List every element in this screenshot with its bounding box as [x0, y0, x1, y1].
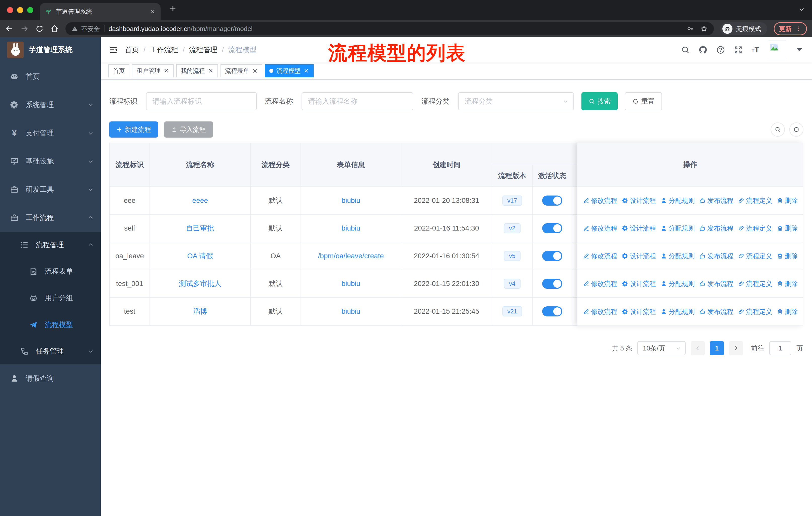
- not-secure-label[interactable]: 不安全: [81, 25, 100, 33]
- tag-process-model[interactable]: 流程模型: [265, 64, 314, 77]
- form-info-link[interactable]: biubiu: [342, 280, 360, 288]
- process-name-link[interactable]: 滔博: [193, 307, 207, 315]
- form-info-link[interactable]: biubiu: [342, 196, 360, 204]
- edit-process-link[interactable]: 修改流程: [583, 279, 617, 288]
- edit-process-link[interactable]: 修改流程: [583, 224, 617, 233]
- process-name-input[interactable]: [301, 92, 413, 110]
- window-close-button[interactable]: [7, 7, 13, 13]
- goto-page-input[interactable]: [769, 341, 791, 355]
- delete-link[interactable]: 删除: [777, 307, 798, 316]
- breadcrumb-process-management[interactable]: 流程管理: [189, 45, 218, 55]
- delete-link[interactable]: 删除: [777, 252, 798, 261]
- tag-tenant[interactable]: 租户管理: [132, 64, 174, 77]
- sidebar-collapse-icon[interactable]: [109, 45, 118, 54]
- tag-close-icon[interactable]: [252, 68, 258, 74]
- process-name-link[interactable]: eeee: [192, 196, 208, 204]
- sidebar-item-leave-query[interactable]: 请假查询: [0, 364, 101, 392]
- design-process-link[interactable]: 设计流程: [622, 224, 656, 233]
- sidebar-item-process-management[interactable]: 流程管理: [0, 232, 101, 258]
- publish-process-link[interactable]: 发布流程: [699, 196, 733, 205]
- font-size-icon[interactable]: TT: [751, 46, 759, 54]
- window-minimize-button[interactable]: [17, 7, 23, 13]
- delete-link[interactable]: 删除: [777, 224, 798, 233]
- page-url[interactable]: dashboard.yudao.iocoder.cn/bpm/manager/m…: [109, 25, 253, 33]
- prev-page-button[interactable]: [691, 341, 705, 355]
- tag-close-icon[interactable]: [208, 68, 213, 74]
- process-name-link[interactable]: 测试多审批人: [179, 280, 221, 288]
- new-tab-button[interactable]: [169, 5, 177, 12]
- next-page-button[interactable]: [729, 341, 743, 355]
- show-search-toggle-button[interactable]: [771, 123, 785, 137]
- assign-rule-link[interactable]: 分配规则: [661, 224, 695, 233]
- edit-process-link[interactable]: 修改流程: [583, 196, 617, 205]
- form-info-link[interactable]: biubiu: [342, 307, 360, 315]
- process-key-input[interactable]: [146, 92, 257, 110]
- avatar-caret-down-icon[interactable]: [795, 45, 804, 54]
- github-icon[interactable]: [698, 45, 707, 54]
- form-info-link[interactable]: /bpm/oa/leave/create: [318, 252, 384, 260]
- tab-search-chevron-icon[interactable]: [799, 6, 805, 12]
- sidebar-item-task-management[interactable]: 任务管理: [0, 338, 101, 364]
- assign-rule-link[interactable]: 分配规则: [661, 279, 695, 288]
- tag-close-icon[interactable]: [164, 68, 169, 74]
- sidebar-item-process-form[interactable]: 流程表单: [0, 258, 101, 285]
- window-zoom-button[interactable]: [27, 7, 33, 13]
- current-page-button[interactable]: 1: [710, 341, 724, 355]
- active-status-toggle[interactable]: [542, 306, 562, 317]
- breadcrumb-home[interactable]: 首页: [125, 45, 139, 55]
- active-status-toggle[interactable]: [542, 279, 562, 289]
- publish-process-link[interactable]: 发布流程: [699, 279, 733, 288]
- breadcrumb-workflow[interactable]: 工作流程: [150, 45, 178, 55]
- reload-icon[interactable]: [35, 24, 44, 33]
- tab-close-icon[interactable]: [150, 9, 155, 15]
- app-logo[interactable]: 芋道管理系统: [0, 37, 101, 62]
- sidebar-item-workflow[interactable]: 工作流程: [0, 203, 101, 232]
- sidebar-item-payment[interactable]: ¥ 支付管理: [0, 119, 101, 147]
- assign-rule-link[interactable]: 分配规则: [661, 196, 695, 205]
- active-status-toggle[interactable]: [542, 195, 562, 206]
- publish-process-link[interactable]: 发布流程: [699, 224, 733, 233]
- delete-link[interactable]: 删除: [777, 279, 798, 288]
- sidebar-item-system[interactable]: 系统管理: [0, 91, 101, 119]
- process-category-select[interactable]: 流程分类: [458, 92, 574, 110]
- avatar[interactable]: [768, 40, 786, 59]
- fullscreen-icon[interactable]: [734, 45, 743, 54]
- sidebar-item-infrastructure[interactable]: 基础设施: [0, 147, 101, 175]
- edit-process-link[interactable]: 修改流程: [583, 252, 617, 261]
- process-definition-link[interactable]: 流程定义: [738, 307, 772, 316]
- refresh-table-button[interactable]: [789, 123, 804, 137]
- process-name-link[interactable]: 自己审批: [186, 224, 214, 232]
- tag-my-process[interactable]: 我的流程: [176, 64, 218, 77]
- import-process-button[interactable]: 导入流程: [164, 121, 213, 138]
- sidebar-item-user-group[interactable]: 用户分组: [0, 285, 101, 311]
- browser-update-button[interactable]: 更新: [774, 22, 807, 35]
- sidebar-item-devtools[interactable]: 研发工具: [0, 175, 101, 203]
- process-definition-link[interactable]: 流程定义: [738, 224, 772, 233]
- version-badge[interactable]: v2: [504, 223, 520, 233]
- active-status-toggle[interactable]: [542, 251, 562, 261]
- page-size-select[interactable]: 10条/页: [637, 341, 686, 355]
- publish-process-link[interactable]: 发布流程: [699, 307, 733, 316]
- assign-rule-link[interactable]: 分配规则: [661, 307, 695, 316]
- back-icon[interactable]: [5, 24, 13, 33]
- design-process-link[interactable]: 设计流程: [622, 307, 656, 316]
- browser-tab[interactable]: 芋道管理系统: [40, 3, 161, 20]
- create-process-button[interactable]: 新建流程: [109, 121, 158, 138]
- tag-home[interactable]: 首页: [108, 64, 129, 77]
- home-icon[interactable]: [50, 24, 59, 33]
- browser-menu-dots-icon[interactable]: [795, 26, 802, 32]
- edit-process-link[interactable]: 修改流程: [583, 307, 617, 316]
- design-process-link[interactable]: 设计流程: [622, 196, 656, 205]
- password-key-icon[interactable]: [687, 25, 694, 32]
- help-icon[interactable]: [716, 45, 725, 54]
- process-definition-link[interactable]: 流程定义: [738, 196, 772, 205]
- tag-close-icon[interactable]: [303, 68, 309, 74]
- process-definition-link[interactable]: 流程定义: [738, 252, 772, 261]
- version-badge[interactable]: v4: [504, 279, 520, 289]
- assign-rule-link[interactable]: 分配规则: [661, 252, 695, 261]
- sidebar-item-home[interactable]: 首页: [0, 62, 101, 91]
- version-badge[interactable]: v21: [502, 306, 522, 317]
- version-badge[interactable]: v5: [504, 251, 520, 261]
- design-process-link[interactable]: 设计流程: [622, 279, 656, 288]
- sidebar-item-process-model[interactable]: 流程模型: [0, 311, 101, 338]
